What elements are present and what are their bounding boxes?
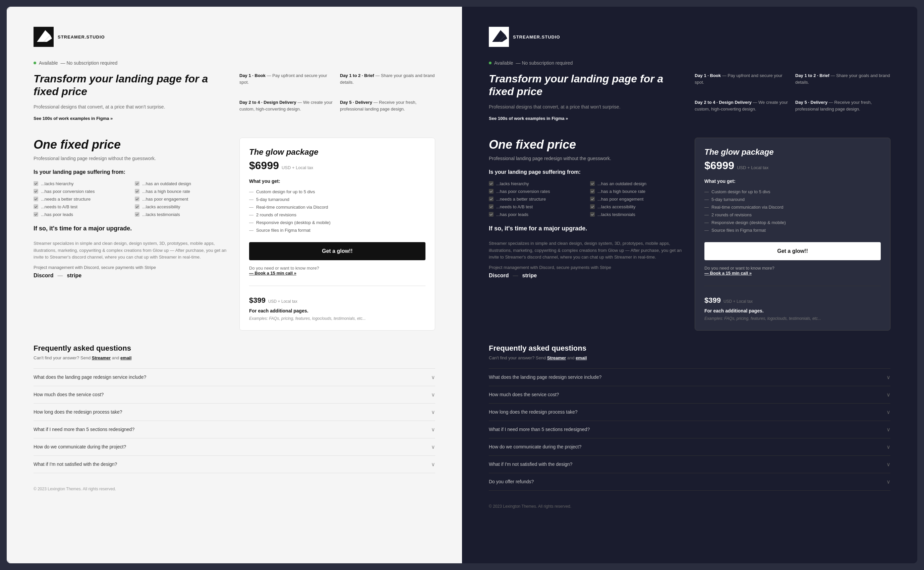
process-item-dark-1: Day 1 · Book — Pay upfront and secure yo…	[695, 72, 790, 94]
check-icon-dark	[489, 212, 494, 217]
discord-logo: Discord	[34, 273, 54, 279]
check-icon	[135, 196, 140, 201]
dark-faq-item-3[interactable]: How long does the redesign process take?…	[489, 403, 890, 421]
faq-section: Frequently asked questions Can't find yo…	[34, 344, 435, 473]
check-icon	[34, 212, 38, 217]
availability-badge: Available — No subscription required	[34, 60, 435, 66]
problems-section-dark: Is your landing page suffering from: ...…	[489, 169, 685, 232]
problems-section: Is your landing page suffering from: ...…	[34, 169, 229, 232]
problem-item-3: ...needs a better structure	[34, 196, 128, 202]
problems-heading: Is your landing page suffering from:	[34, 169, 229, 175]
cta-button-dark[interactable]: Get a glow!!	[704, 242, 881, 260]
problem-item-6: ...has an outdated design	[135, 181, 229, 186]
what-you-get-dark: What you get:	[704, 178, 881, 184]
svg-rect-16	[489, 196, 494, 201]
dark-faq-item-6[interactable]: What if I'm not satisfied with the desig…	[489, 456, 890, 473]
description-section-dark: Streamer specializes in simple and clean…	[489, 240, 685, 279]
payment-divider-dark: —	[513, 273, 518, 279]
description-text: Streamer specializes in simple and clean…	[34, 240, 229, 261]
glow-package-card-dark: The glow package $6999 USD + Local tax W…	[695, 138, 890, 331]
dark-problem-8: ...has poor engagement	[590, 196, 685, 202]
additional-examples-dark: Examples: FAQs, pricing, features, logoc…	[704, 316, 881, 321]
svg-rect-19	[590, 204, 595, 209]
dark-faq-item-5[interactable]: How do we communicate during the project…	[489, 438, 890, 456]
upgrade-text-dark: If so, it's time for a major upgrade.	[489, 225, 685, 232]
logo-icon	[34, 27, 54, 47]
check-icon	[34, 181, 38, 186]
package-separator	[249, 286, 426, 286]
dark-faq-item-7[interactable]: Do you offer refunds? ∨	[489, 473, 890, 490]
hero-left-dark: Transform your landing page for a fixed …	[489, 72, 685, 121]
panel-dark: STREAMER.STUDIO Available — No subscript…	[462, 7, 917, 563]
logo-container-dark: STREAMER.STUDIO	[489, 27, 890, 47]
faq-item-2[interactable]: How much does the service cost? ∨	[34, 386, 435, 403]
pricing-title-dark: One fixed price	[489, 138, 685, 152]
description-section: Streamer specializes in simple and clean…	[34, 240, 229, 279]
faq-item-1[interactable]: What does the landing page redesign serv…	[34, 369, 435, 386]
dark-problem-5: ...has poor leads	[489, 212, 583, 217]
problem-item-5: ...has poor leads	[34, 212, 128, 217]
faq-item-6[interactable]: What if I'm not satisfied with the desig…	[34, 456, 435, 473]
svg-rect-3	[34, 189, 38, 193]
price-main-dark: $6999	[704, 159, 734, 172]
price-tax: USD + Local tax	[281, 165, 313, 170]
streamer-link[interactable]: Streamer	[92, 355, 111, 360]
svg-rect-10	[135, 212, 140, 217]
additional-price-row: $399 USD + Local tax	[249, 296, 426, 306]
figma-link[interactable]: See 100s of work examples in Figma »	[34, 116, 229, 121]
process-item-3: Day 2 to 4 · Design Delivery — We create…	[239, 99, 335, 121]
glow-title-dark: The glow package	[704, 147, 881, 157]
faq-subtitle-dark: Can't find your answer? Send Streamer an…	[489, 355, 890, 360]
dark-problem-9: ...lacks accessibility	[590, 204, 685, 209]
dark-problem-10: ...lacks testimonials	[590, 212, 685, 217]
problem-item-1: ...lacks hierarchy	[34, 181, 128, 186]
footer-dark: © 2023 Lexington Themes. All rights rese…	[489, 504, 890, 509]
problem-item-9: ...lacks accessibility	[135, 204, 229, 209]
dark-faq-item-1[interactable]: What does the landing page redesign serv…	[489, 369, 890, 386]
logo-container: STREAMER.STUDIO	[34, 27, 435, 47]
hero-title-dark: Transform your landing page for a fixed …	[489, 72, 685, 98]
email-link[interactable]: email	[120, 355, 131, 360]
hero-subtitle: Professional designs that convert, at a …	[34, 104, 229, 110]
payment-logos-dark: Discord — stripe	[489, 273, 685, 279]
check-icon-dark	[489, 181, 494, 186]
check-icon	[34, 189, 38, 193]
svg-rect-8	[135, 204, 140, 209]
check-icon	[135, 204, 140, 209]
faq-list-dark: What does the landing page redesign serv…	[489, 368, 890, 490]
svg-rect-18	[489, 204, 494, 209]
figma-link-dark[interactable]: See 100s of work examples in Figma »	[489, 116, 685, 121]
svg-rect-9	[34, 212, 38, 217]
payment-divider: —	[58, 273, 63, 279]
faq-subtitle: Can't find your answer? Send Streamer an…	[34, 355, 435, 360]
book-call-link-dark[interactable]: — Book a 15 min call »	[704, 271, 752, 276]
check-icon	[34, 204, 38, 209]
faq-item-5[interactable]: How do we communicate during the project…	[34, 438, 435, 456]
dark-faq-chevron-2: ∨	[886, 392, 890, 398]
feature-list: —Custom design for up to 5 divs —5-day t…	[249, 188, 426, 234]
process-item-dark-4: Day 5 · Delivery — Receive your fresh, p…	[795, 99, 890, 121]
pricing-subtitle: Professional landing page redesign witho…	[34, 156, 229, 161]
book-call-link[interactable]: — Book a 15 min call »	[249, 271, 297, 276]
dark-problem-2: ...has poor conversion rates	[489, 189, 583, 194]
streamer-link-dark[interactable]: Streamer	[547, 355, 566, 360]
stripe-logo-dark: stripe	[522, 273, 537, 279]
feature-2: —5-day turnaround	[249, 196, 426, 203]
price-tax-dark: USD + Local tax	[737, 165, 769, 170]
faq-item-4[interactable]: What if I need more than 5 sections rede…	[34, 421, 435, 438]
dark-faq-item-2[interactable]: How much does the service cost? ∨	[489, 386, 890, 403]
process-item-dark-2: Day 1 to 2 · Brief — Share your goals an…	[795, 72, 890, 94]
faq-header: Frequently asked questions Can't find yo…	[34, 344, 435, 360]
cta-button[interactable]: Get a glow!!	[249, 242, 426, 260]
dark-feature-6: —Source files in Figma format	[704, 227, 881, 234]
feature-3: —Real-time communication via Discord	[249, 203, 426, 211]
faq-chevron-1: ∨	[431, 374, 435, 380]
faq-item-3[interactable]: How long does the redesign process take?…	[34, 403, 435, 421]
footer-light: © 2023 Lexington Themes. All rights rese…	[34, 487, 435, 491]
logo-icon-dark	[489, 27, 509, 47]
check-icon-dark	[590, 181, 595, 186]
dark-faq-item-4[interactable]: What if I need more than 5 sections rede…	[489, 421, 890, 438]
dark-faq-chevron-6: ∨	[886, 461, 890, 467]
faq-chevron-4: ∨	[431, 426, 435, 433]
email-link-dark[interactable]: email	[576, 355, 587, 360]
